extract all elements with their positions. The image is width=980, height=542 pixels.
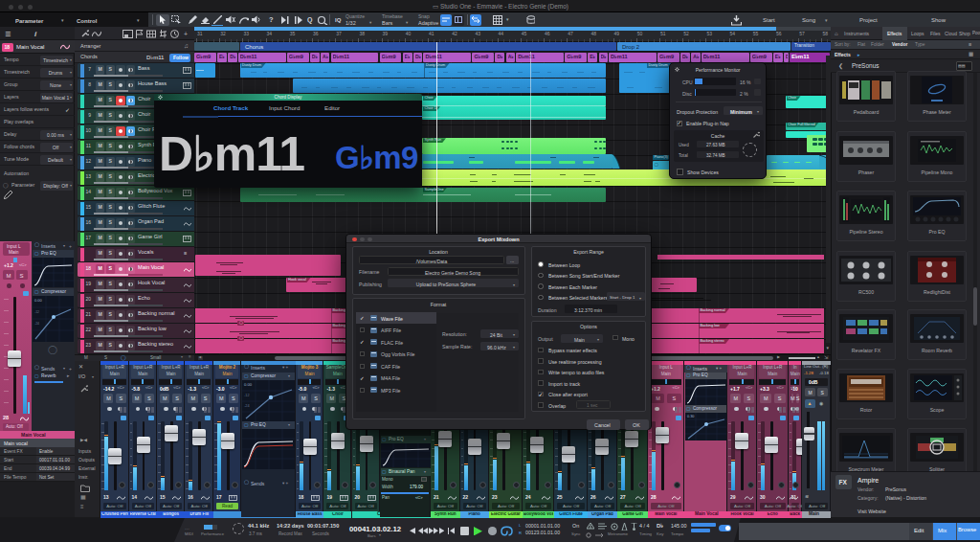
svg-text:-24: -24 [244, 404, 250, 408]
svg-text:0.00: 0.00 [244, 382, 253, 387]
svg-text:0.30: 0.30 [687, 415, 694, 418]
svg-text:-24: -24 [34, 322, 39, 326]
svg-text:-12: -12 [244, 394, 250, 397]
svg-text:-12: -12 [34, 310, 39, 314]
svg-text:0.00: 0.00 [34, 298, 43, 303]
